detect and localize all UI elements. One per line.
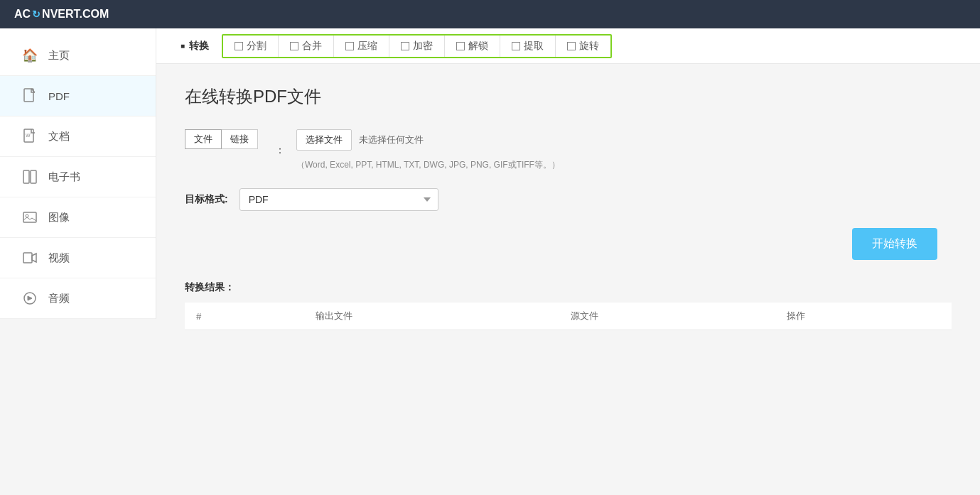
- file-row: 文件 链接 ： 选择文件 未选择任何文件 （Word, Excel, PPT, …: [185, 129, 952, 171]
- tab-compress-label: 压缩: [357, 40, 377, 53]
- document-icon: W: [21, 128, 38, 145]
- tab-split-checkbox: [235, 42, 243, 50]
- no-file-text: 未选择任何文件: [359, 134, 424, 146]
- results-section: 转换结果： # 输出文件 源文件 操作: [185, 281, 952, 330]
- sidebar-label-document: 文档: [48, 130, 70, 143]
- page-title: 在线转换PDF文件: [185, 85, 952, 108]
- sidebar-item-video[interactable]: 视频: [0, 238, 156, 278]
- sidebar-item-pdf[interactable]: PDF: [0, 76, 156, 116]
- audio-icon: [21, 290, 38, 307]
- tab-rotate[interactable]: 旋转: [556, 36, 610, 57]
- file-input-container: 选择文件 未选择任何文件 （Word, Excel, PPT, HTML, TX…: [296, 129, 560, 171]
- sidebar-wrapper: 🏠 主页 PDF W: [0, 28, 156, 495]
- tab-extract-checkbox: [512, 42, 520, 50]
- sidebar-item-document[interactable]: W 文档: [0, 116, 156, 157]
- video-icon: [21, 249, 38, 266]
- file-hint: （Word, Excel, PPT, HTML, TXT, DWG, JPG, …: [296, 159, 560, 171]
- tab-merge-label: 合并: [302, 40, 322, 53]
- page-content: 在线转换PDF文件 文件 链接 ： 选择文件 未选择任何文件 （Word, Ex…: [156, 64, 980, 495]
- link-tab-button[interactable]: 链接: [222, 129, 258, 149]
- table-head: # 输出文件 源文件 操作: [185, 303, 952, 330]
- format-label: 目标格式:: [185, 193, 228, 206]
- tab-convert[interactable]: 转换: [171, 36, 219, 57]
- table-header-row: # 输出文件 源文件 操作: [185, 303, 952, 330]
- sidebar-label-image: 图像: [48, 211, 70, 224]
- tab-unlock-label: 解锁: [468, 40, 488, 53]
- svg-rect-4: [31, 170, 36, 183]
- start-convert-button[interactable]: 开始转换: [852, 228, 937, 260]
- start-btn-row: 开始转换: [185, 228, 952, 260]
- tab-compress-checkbox: [345, 42, 354, 50]
- tab-rotate-checkbox: [567, 42, 576, 50]
- file-url-tabs: 文件 链接: [185, 129, 258, 149]
- tab-compress[interactable]: 压缩: [334, 36, 389, 57]
- sidebar-label-ebook: 电子书: [48, 170, 80, 184]
- svg-text:W: W: [26, 133, 31, 138]
- sidebar-item-home[interactable]: 🏠 主页: [0, 36, 156, 76]
- home-icon: 🏠: [21, 47, 38, 64]
- sidebar-item-audio[interactable]: 音频: [0, 278, 156, 319]
- svg-rect-5: [23, 212, 36, 222]
- pdf-icon: [21, 87, 38, 104]
- logo: AC ↻ NVERT.COM: [14, 8, 109, 21]
- svg-rect-7: [23, 253, 32, 263]
- logo-sync-icon: ↻: [32, 9, 41, 20]
- sidebar-label-home: 主页: [48, 49, 70, 62]
- results-table: # 输出文件 源文件 操作: [185, 303, 952, 330]
- results-label: 转换结果：: [185, 281, 952, 294]
- col-header-source: 源文件: [559, 303, 775, 330]
- tab-convert-label: 转换: [189, 40, 209, 53]
- sidebar-item-ebook[interactable]: 电子书: [0, 157, 156, 197]
- col-header-num: #: [185, 303, 304, 330]
- sidebar: 🏠 主页 PDF W: [0, 28, 156, 319]
- logo-text-suffix: NVERT.COM: [42, 8, 109, 21]
- image-icon: [21, 209, 38, 226]
- tab-merge[interactable]: 合并: [279, 36, 334, 57]
- svg-rect-3: [23, 170, 29, 183]
- tab-encrypt-checkbox: [401, 42, 409, 50]
- sidebar-label-video: 视频: [48, 251, 70, 265]
- colon-separator: ：: [275, 144, 285, 157]
- ebook-icon: [21, 168, 38, 185]
- tab-bar: 转换 分割 合并 压缩 加密: [156, 28, 980, 64]
- header: AC ↻ NVERT.COM: [0, 0, 980, 28]
- format-row: 目标格式: PDF: [185, 188, 952, 211]
- tab-encrypt-label: 加密: [413, 40, 433, 53]
- svg-rect-0: [24, 89, 33, 102]
- tab-encrypt[interactable]: 加密: [389, 36, 445, 57]
- file-section: 文件 链接 ： 选择文件 未选择任何文件 （Word, Excel, PPT, …: [185, 129, 952, 171]
- choose-file-button[interactable]: 选择文件: [296, 129, 352, 151]
- tab-split-label: 分割: [247, 40, 266, 53]
- col-header-action: 操作: [775, 303, 952, 330]
- tab-unlock[interactable]: 解锁: [445, 36, 500, 57]
- sidebar-item-image[interactable]: 图像: [0, 197, 156, 238]
- tab-unlock-checkbox: [456, 42, 465, 50]
- file-input-area: 选择文件 未选择任何文件: [296, 129, 560, 151]
- file-tab-button[interactable]: 文件: [185, 129, 222, 149]
- main-layout: 🏠 主页 PDF W: [0, 28, 980, 495]
- format-select[interactable]: PDF: [239, 188, 438, 211]
- sidebar-label-pdf: PDF: [48, 90, 70, 102]
- logo-text: AC: [14, 8, 31, 21]
- tab-extract-label: 提取: [524, 40, 544, 53]
- tab-merge-checkbox: [290, 42, 298, 50]
- tabs-group: 分割 合并 压缩 加密 解锁: [222, 34, 612, 58]
- col-header-output: 输出文件: [304, 303, 559, 330]
- content-area: 转换 分割 合并 压缩 加密: [156, 28, 980, 495]
- tab-rotate-label: 旋转: [579, 40, 599, 53]
- sidebar-label-audio: 音频: [48, 292, 70, 305]
- tab-split[interactable]: 分割: [223, 36, 279, 57]
- tab-extract[interactable]: 提取: [500, 36, 556, 57]
